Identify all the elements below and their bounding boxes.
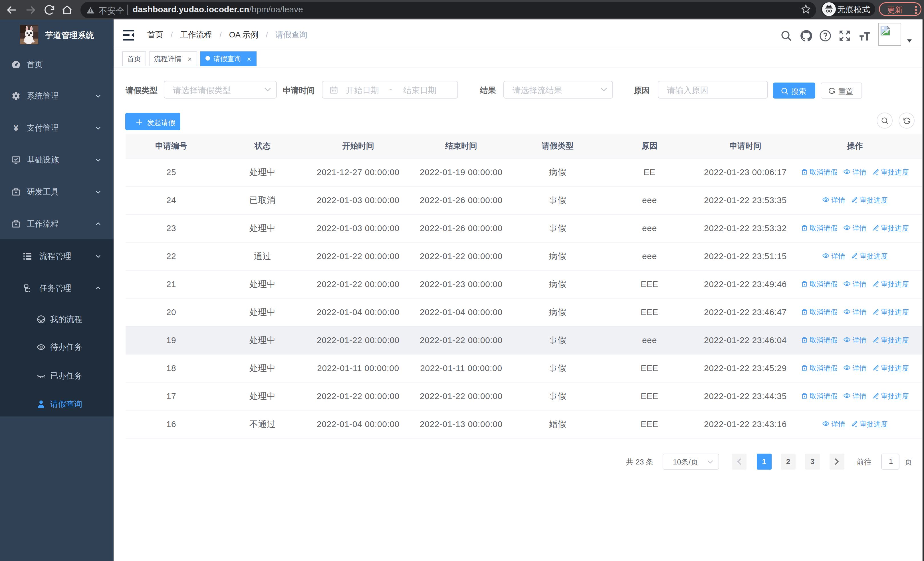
svg-text:¥: ¥ — [14, 123, 18, 132]
